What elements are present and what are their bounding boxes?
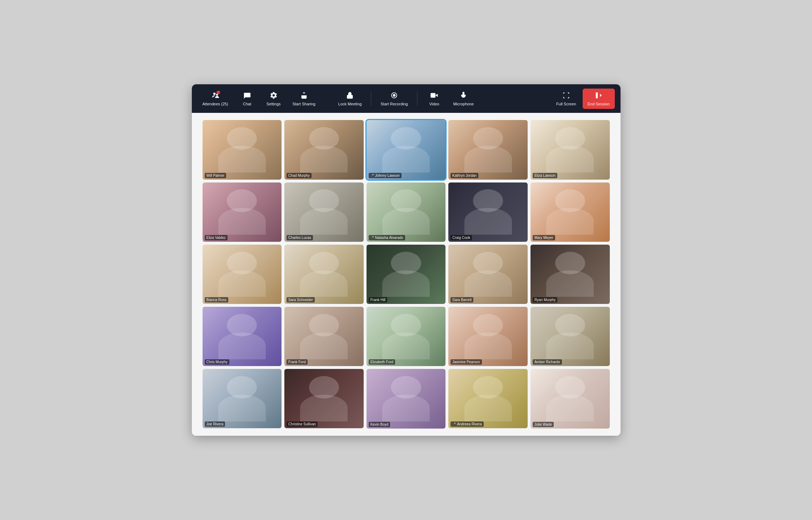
lock-meeting-label: Lock Meeting: [338, 102, 362, 106]
toolbar-center: Lock Meeting Start Recording: [333, 89, 479, 109]
end-session-button[interactable]: End Session: [583, 89, 615, 109]
attendees-icon: [211, 91, 219, 100]
participant-name-13: Frank Hill: [370, 298, 385, 302]
participant-label-13: Frank Hill: [369, 297, 387, 302]
toolbar-divider-1: [371, 91, 371, 106]
attendees-button[interactable]: Attendees (25): [198, 89, 233, 109]
lock-meeting-button[interactable]: Lock Meeting: [333, 89, 367, 109]
participant-label-23: Kevin Boyd: [369, 422, 390, 427]
settings-label: Settings: [266, 102, 281, 106]
video-tile-2[interactable]: Chad Murphy: [284, 120, 364, 179]
fullscreen-icon: [562, 91, 570, 100]
participant-label-25: Julie Wade: [533, 422, 554, 427]
mic-on-icon: 🎤: [370, 236, 374, 239]
video-button[interactable]: Video: [422, 89, 447, 109]
video-tile-6[interactable]: Eliza Valdez: [203, 182, 282, 242]
participant-name-20: Amber Richards: [534, 360, 560, 364]
video-tile-9[interactable]: Craig Cook: [448, 182, 528, 242]
video-tile-1[interactable]: Will Palmer: [203, 120, 282, 179]
participant-label-17: Frank Ford: [287, 359, 308, 365]
participant-label-12: Sara Schneider: [287, 297, 315, 302]
video-tile-11[interactable]: Bianca Ross: [203, 245, 282, 304]
video-tile-8[interactable]: 🎤Natasha Alvarado: [367, 182, 446, 242]
settings-icon: [270, 91, 278, 100]
participant-name-25: Julie Wade: [534, 422, 552, 426]
video-tile-19[interactable]: Jasmine Pearson: [448, 307, 528, 366]
video-tile-17[interactable]: Frank Ford: [284, 307, 364, 366]
participant-name-9: Craig Cook: [452, 236, 470, 240]
participant-name-21: Joe Rivera: [206, 422, 224, 426]
microphone-button[interactable]: Microphone: [448, 89, 479, 109]
participant-name-15: Ryan Murphy: [534, 298, 556, 302]
start-sharing-button[interactable]: Start Sharing: [288, 89, 320, 109]
toolbar-divider-2: [417, 91, 418, 106]
toolbar: Attendees (25) Chat Settings: [192, 84, 621, 113]
video-tile-12[interactable]: Sara Schneider: [284, 245, 364, 304]
video-tile-4[interactable]: Kathryn Jordan: [448, 120, 528, 179]
microphone-label: Microphone: [453, 102, 474, 106]
video-grid: Will PalmerChad Murphy🎤Johnny LawsonKath…: [203, 120, 610, 428]
video-tile-21[interactable]: Joe Rivera: [203, 369, 282, 428]
video-tile-7[interactable]: Charles Lucas: [284, 182, 364, 242]
participant-name-5: Eliza Lawson: [534, 174, 556, 178]
video-tile-13[interactable]: Frank Hill: [367, 245, 446, 304]
video-tile-23[interactable]: Kevin Boyd: [367, 369, 446, 428]
start-recording-button[interactable]: Start Recording: [375, 89, 413, 109]
mic-on-icon: 🎤: [370, 174, 374, 177]
participant-name-6: Eliza Valdez: [206, 236, 226, 240]
participant-label-19: Jasmine Pearson: [450, 359, 482, 365]
microphone-icon: [459, 91, 467, 100]
chat-label: Chat: [243, 102, 251, 106]
full-screen-label: Full Screen: [556, 102, 576, 106]
participant-label-10: Mary Meyer: [533, 235, 555, 240]
chat-button[interactable]: Chat: [235, 89, 260, 109]
video-tile-20[interactable]: Amber Richards: [530, 307, 610, 366]
attendees-label: Attendees (25): [203, 102, 228, 106]
participant-name-24: Andreea Rivera: [457, 422, 482, 426]
participant-label-21: Joe Rivera: [205, 421, 225, 427]
mic-on-icon: 🎤: [452, 422, 456, 426]
video-label: Video: [429, 102, 439, 106]
svg-rect-2: [347, 95, 353, 99]
svg-point-4: [393, 94, 395, 96]
participant-name-10: Mary Meyer: [534, 236, 553, 240]
video-tile-15[interactable]: Ryan Murphy: [530, 245, 610, 304]
video-tile-22[interactable]: Christine Sullivan: [284, 369, 364, 428]
participant-name-7: Charles Lucas: [288, 236, 311, 240]
participant-label-8: 🎤Natasha Alvarado: [369, 235, 405, 240]
svg-rect-6: [431, 93, 436, 98]
chat-icon: [243, 91, 251, 100]
participant-label-11: Bianca Ross: [205, 297, 228, 302]
participant-name-14: Sara Barrett: [452, 298, 472, 302]
participant-name-19: Jasmine Pearson: [452, 360, 480, 364]
participant-label-24: 🎤Andreea Rivera: [450, 421, 483, 427]
video-tile-3[interactable]: 🎤Johnny Lawson: [367, 120, 446, 179]
participant-label-6: Eliza Valdez: [205, 235, 228, 240]
video-tile-16[interactable]: Chris Murphy: [203, 307, 282, 366]
record-icon: [390, 91, 398, 100]
settings-button[interactable]: Settings: [261, 89, 286, 109]
video-tile-24[interactable]: 🎤Andreea Rivera: [448, 369, 528, 428]
participant-name-3: Johnny Lawson: [375, 174, 400, 178]
full-screen-button[interactable]: Full Screen: [551, 89, 581, 109]
video-tile-5[interactable]: Eliza Lawson: [530, 120, 610, 179]
svg-point-0: [213, 92, 215, 95]
participant-label-16: Chris Murphy: [205, 359, 229, 365]
svg-marker-5: [435, 94, 438, 97]
participant-name-17: Frank Ford: [288, 360, 306, 364]
participant-name-18: Elizabeth Ford: [370, 360, 393, 364]
lock-icon: [346, 91, 354, 100]
toolbar-right: Full Screen End Session: [551, 89, 614, 109]
video-tile-18[interactable]: Elizabeth Ford: [367, 307, 446, 366]
participant-label-22: Christine Sullivan: [287, 421, 318, 427]
end-session-label: End Session: [588, 102, 610, 106]
participant-name-12: Sara Schneider: [288, 298, 313, 302]
app-window: Attendees (25) Chat Settings: [192, 84, 621, 435]
participant-label-4: Kathryn Jordan: [450, 173, 478, 178]
video-tile-14[interactable]: Sara Barrett: [448, 245, 528, 304]
participant-label-20: Amber Richards: [533, 359, 562, 365]
video-tile-10[interactable]: Mary Meyer: [530, 182, 610, 242]
participant-name-2: Chad Murphy: [288, 174, 310, 178]
participant-label-18: Elizabeth Ford: [369, 359, 395, 365]
video-tile-25[interactable]: Julie Wade: [530, 369, 610, 428]
